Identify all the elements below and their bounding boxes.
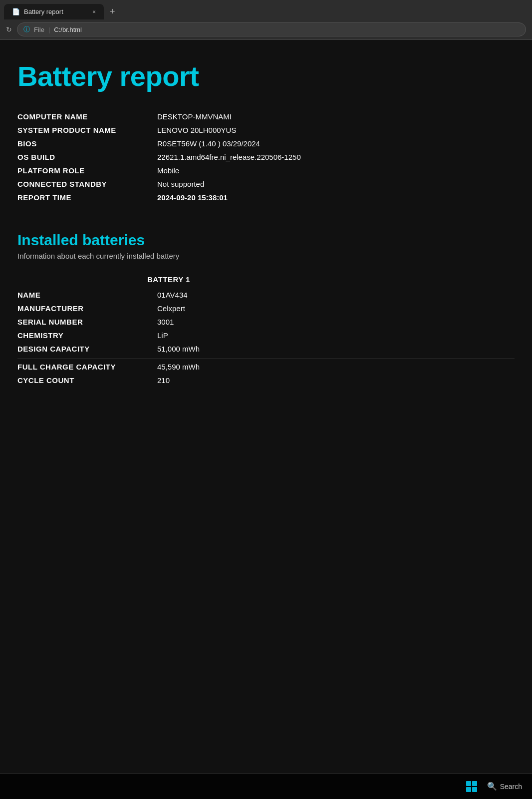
tab-title: Battery report [24,8,63,15]
value-platform-role: Mobile [157,166,179,175]
address-bar: ↻ ⓘ File | C:/br.html [0,19,532,39]
battery-label-full-charge: FULL CHARGE CAPACITY [17,363,147,371]
battery-row-name: NAME 01AV434 [17,291,515,299]
battery-label-name: NAME [17,291,147,299]
system-info-table: COMPUTER NAME DESKTOP-MMVNAMI SYSTEM PRO… [17,112,515,202]
battery-row-cycle-count: CYCLE COUNT 210 [17,376,515,385]
info-row-os-build: OS BUILD 22621.1.amd64fre.ni_release.220… [17,153,515,161]
label-report-time: REPORT TIME [17,193,147,202]
value-bios: R0SET56W (1.40 ) 03/29/2024 [157,139,260,148]
tab-bar: 📄 Battery report × + [0,0,532,19]
battery-value-design-capacity: 51,000 mWh [157,345,200,353]
battery-row-full-charge: FULL CHARGE CAPACITY 45,590 mWh [17,363,515,371]
battery-value-name: 01AV434 [157,291,188,299]
windows-start-icon[interactable] [466,781,477,792]
main-content: Battery report COMPUTER NAME DESKTOP-MMV… [0,40,532,773]
tab-close-button[interactable]: × [92,8,96,15]
battery-label-cycle-count: CYCLE COUNT [17,376,147,385]
battery-header-label: BATTERY 1 [147,275,190,284]
address-field[interactable]: ⓘ File | C:/br.html [17,22,526,36]
battery-label-chemistry: CHEMISTRY [17,331,147,340]
label-computer-name: COMPUTER NAME [17,112,147,121]
address-url: C:/br.html [54,26,82,33]
battery-divider [17,358,515,359]
value-computer-name: DESKTOP-MMVNAMI [157,112,232,121]
battery-value-full-charge: 45,590 mWh [157,363,200,371]
search-label: Search [500,783,522,791]
info-row-report-time: REPORT TIME 2024-09-20 15:38:01 [17,193,515,202]
battery-row-serial: SERIAL NUMBER 3001 [17,318,515,326]
label-os-build: OS BUILD [17,153,147,161]
installed-batteries-section: Installed batteries Information about ea… [17,232,515,385]
battery-row-chemistry: CHEMISTRY LiP [17,331,515,340]
tab-page-icon: 📄 [12,8,20,15]
page-title: Battery report [17,60,515,92]
info-row-bios: BIOS R0SET56W (1.40 ) 03/29/2024 [17,139,515,148]
info-row-connected-standby: CONNECTED STANDBY Not supported [17,180,515,188]
battery-value-manufacturer: Celxpert [157,304,185,313]
label-system-product: SYSTEM PRODUCT NAME [17,126,147,134]
installed-batteries-title: Installed batteries [17,232,515,249]
win-tile-2 [472,781,477,786]
installed-batteries-subtitle: Information about each currently install… [17,252,515,260]
win-tile-1 [466,781,471,786]
info-row-platform-role: PLATFORM ROLE Mobile [17,166,515,175]
address-file-label: File [34,26,44,33]
label-bios: BIOS [17,139,147,148]
label-connected-standby: CONNECTED STANDBY [17,180,147,188]
active-tab[interactable]: 📄 Battery report × [4,4,104,19]
info-row-computer-name: COMPUTER NAME DESKTOP-MMVNAMI [17,112,515,121]
value-report-time: 2024-09-20 15:38:01 [157,193,228,202]
search-area[interactable]: 🔍 Search [487,782,522,791]
battery-value-cycle-count: 210 [157,376,170,385]
refresh-button[interactable]: ↻ [6,25,12,33]
value-system-product: LENOVO 20LH000YUS [157,126,236,134]
info-row-system-product: SYSTEM PRODUCT NAME LENOVO 20LH000YUS [17,126,515,134]
address-info-icon: ⓘ [23,25,30,34]
battery-label-manufacturer: MANUFACTURER [17,304,147,313]
label-platform-role: PLATFORM ROLE [17,166,147,175]
browser-chrome: 📄 Battery report × + ↻ ⓘ File | C:/br.ht… [0,0,532,40]
address-separator: | [48,26,50,33]
taskbar: 🔍 Search [0,773,532,799]
battery-value-chemistry: LiP [157,331,168,340]
battery-label-serial: SERIAL NUMBER [17,318,147,326]
value-connected-standby: Not supported [157,180,204,188]
battery-header-row: BATTERY 1 [17,275,515,284]
new-tab-button[interactable]: + [106,4,119,19]
battery-label-design-capacity: DESIGN CAPACITY [17,345,147,353]
battery-table: BATTERY 1 NAME 01AV434 MANUFACTURER Celx… [17,275,515,385]
battery-value-serial: 3001 [157,318,174,326]
win-tile-3 [466,787,471,792]
battery-row-design-capacity: DESIGN CAPACITY 51,000 mWh [17,345,515,353]
battery-row-manufacturer: MANUFACTURER Celxpert [17,304,515,313]
value-os-build: 22621.1.amd64fre.ni_release.220506-1250 [157,153,301,161]
search-icon: 🔍 [487,782,497,791]
win-tile-4 [472,787,477,792]
